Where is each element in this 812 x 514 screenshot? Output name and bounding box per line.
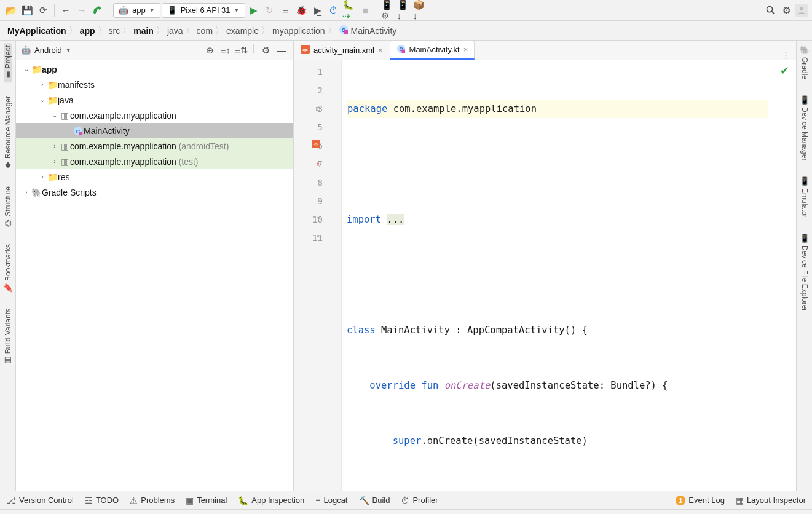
open-folder-icon[interactable]: 📂 [4,3,18,18]
search-icon[interactable] [763,3,778,18]
rail-structure[interactable]: ⌬Structure [4,184,12,231]
tree-node-manifests[interactable]: › 📁 manifests [16,77,293,92]
bb-problems[interactable]: ⚠Problems [130,496,175,505]
tree-node-androidtest[interactable]: › ▥ com.example.myapplication (androidTe… [16,138,293,154]
line-gutter[interactable]: 1 2 3⊞ 5 6 <> 7⬆ 8 9 10⌃ 11⌃ [294,60,342,491]
bb-layout-inspector[interactable]: ▦Layout Inspector [736,496,806,505]
chevron-down-icon[interactable]: ⌄ [50,112,59,119]
minimize-icon[interactable]: — [275,44,288,57]
project-view-mode[interactable]: Android [34,45,62,55]
crumb[interactable]: src [109,26,120,36]
crumb[interactable]: example [226,26,259,36]
bb-logcat[interactable]: ≡Logcat [315,496,347,505]
back-icon[interactable]: ← [58,3,73,18]
run-icon[interactable]: ▶ [246,3,261,18]
apply-changes-icon[interactable]: ↻ [262,3,277,18]
check-ok-icon[interactable]: ✔ [780,64,789,77]
tree-node-main-activity[interactable]: C MainActivity [16,123,293,138]
override-up-icon[interactable]: ⬆ [316,155,320,173]
project-tree[interactable]: ⌄ 📁 app › 📁 manifests ⌄ 📁 java ⌄ ▥ com.e… [16,60,293,491]
svg-rect-13 [401,49,405,53]
crumb[interactable]: MyApplication [7,26,66,36]
bb-build[interactable]: 🔨Build [359,496,390,505]
chevron-down-icon[interactable]: ⌄ [38,97,47,103]
android-icon: 🤖 [119,6,128,15]
bb-todo[interactable]: ☲TODO [85,496,119,505]
project-panel: 🤖 Android ▼ ⊕ ≡↕ ≡⇅ ⚙ — ⌄ 📁 app › 📁 mani… [16,41,294,491]
profile-icon[interactable]: ⏱ [326,3,341,18]
editor: <> activity_main.xml × C MainActivity.kt… [294,41,796,491]
tree-node-res[interactable]: › 📁 res [16,169,293,184]
warning-icon: ⚠ [130,496,138,505]
chevron-right-icon[interactable]: › [22,189,31,196]
tree-node-test[interactable]: › ▥ com.example.myapplication (test) [16,154,293,169]
target-icon[interactable]: ⊕ [203,44,216,57]
save-icon[interactable]: 💾 [20,3,34,18]
tab-activity-main-xml[interactable]: <> activity_main.xml × [294,41,390,60]
chevron-right-icon: 〉 [98,25,106,36]
expand-icon[interactable]: ≡↕ [219,44,232,57]
run-config-dropdown[interactable]: 🤖 app ▼ [113,3,160,18]
user-avatar[interactable] [795,4,808,17]
rail-device-file-explorer[interactable]: 📱Device File Explorer [800,231,810,314]
forward-icon[interactable]: → [74,3,89,18]
tree-node-app[interactable]: ⌄ 📁 app [16,61,293,77]
chevron-right-icon[interactable]: › [38,81,47,88]
crumb[interactable]: myapplication [272,26,325,36]
crumb[interactable]: java [167,26,183,36]
close-icon[interactable]: × [463,45,468,54]
main-toolbar: 📂 💾 ⟳ ← → 🤖 app ▼ 📱 Pixel 6 API 31 ▼ ▶ ↻… [0,0,812,21]
collapse-icon[interactable]: ≡⇅ [235,44,248,57]
debug-icon[interactable]: 🐞 [294,3,309,18]
rail-emulator[interactable]: 📱Emulator [800,174,810,220]
tree-node-gradle-scripts[interactable]: › 🐘 Gradle Scripts [16,184,293,200]
chevron-down-icon[interactable]: ▼ [66,47,71,53]
stop-icon[interactable]: ■ [358,3,373,18]
chevron-down-icon[interactable]: ⌄ [22,66,31,73]
rail-device-manager[interactable]: 📱Device Manager [800,93,810,163]
tab-main-activity-kt[interactable]: C MainActivity.kt × [390,41,475,60]
crumb[interactable]: app [80,26,95,36]
device-dropdown[interactable]: 📱 Pixel 6 API 31 ▼ [162,3,245,18]
rail-resource-manager[interactable]: ◆Resource Manager [4,93,12,173]
crumb[interactable]: main [133,26,154,36]
crumb[interactable]: MainActivity [351,26,397,36]
tree-node-package[interactable]: ⌄ ▥ com.example.myapplication [16,108,293,123]
crumb[interactable]: com [197,26,213,36]
sdk-icon[interactable]: 📱↓ [397,3,412,18]
bb-terminal[interactable]: ▣Terminal [186,496,227,505]
fold-close-icon[interactable]: ⌃ [316,229,320,247]
chevron-right-icon: 〉 [69,25,77,36]
bb-profiler[interactable]: ⏱Profiler [401,496,438,505]
chevron-right-icon[interactable]: › [38,173,47,180]
chevron-right-icon[interactable]: › [50,158,59,165]
sync-icon[interactable]: ⟳ [36,3,50,18]
chevron-right-icon[interactable]: › [50,143,59,149]
sync-gradle-icon[interactable]: 📦↓ [413,3,428,18]
rail-gradle[interactable]: 🐘Gradle [800,43,810,82]
event-count-badge: 1 [676,496,685,505]
avd-icon[interactable]: 📱⚙ [381,3,396,18]
tree-node-java[interactable]: ⌄ 📁 java [16,92,293,108]
structure-icon: ⌬ [4,219,11,228]
rail-project[interactable]: ▮Project [4,43,12,82]
coverage-icon[interactable]: ▶̲ [310,3,325,18]
fold-close-icon[interactable]: ⌃ [316,210,320,229]
rail-bookmarks[interactable]: 🔖Bookmarks [3,242,13,295]
bb-event-log[interactable]: 1Event Log [676,496,725,505]
bb-app-inspection[interactable]: 🐛App Inspection [238,496,304,505]
editor-tabs-more[interactable]: ⋮ [776,50,796,60]
run-config-icon[interactable]: ≡ [278,3,293,18]
gear-icon[interactable]: ⚙ [259,44,272,57]
emulator-icon: 📱 [800,176,810,186]
rail-build-variants[interactable]: ▤Build Variants [4,306,12,368]
attach-debugger-icon[interactable]: 🐛⇢ [342,3,357,18]
list-icon: ☲ [85,496,93,505]
settings-icon[interactable]: ⚙ [779,3,794,18]
close-icon[interactable]: × [378,45,383,55]
build-hammer-icon[interactable] [90,3,105,18]
code-area[interactable]: package com.example.myapplication import… [342,60,773,491]
bb-version-control[interactable]: ⎇Version Control [6,496,74,505]
fold-expand-icon[interactable]: ⊞ [316,100,320,118]
run-line-icon[interactable]: <> [312,136,320,155]
